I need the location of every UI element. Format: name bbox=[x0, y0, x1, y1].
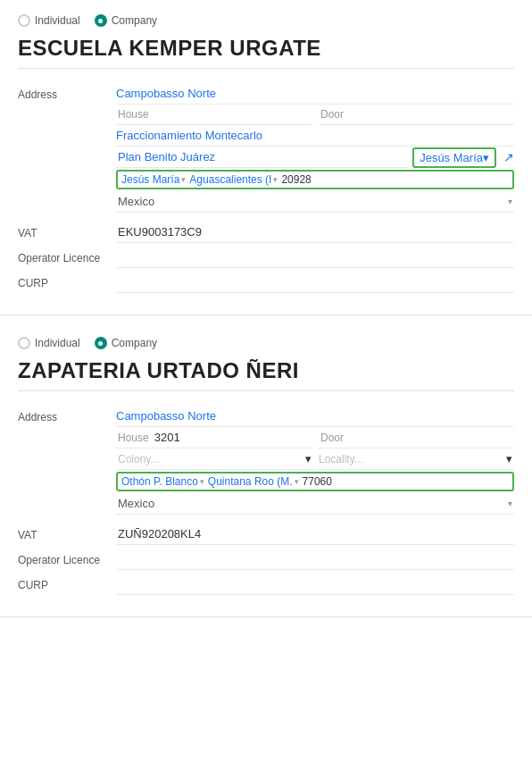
type-selector-kemper: Individual Company bbox=[18, 14, 514, 27]
radio-company-zapateria[interactable]: Company bbox=[95, 337, 157, 349]
vat-row-kemper: VAT EKU9003173C9 bbox=[18, 222, 514, 243]
locality-placeholder-zapateria: Locality... bbox=[319, 453, 363, 465]
municipality-city-row-kemper: Plan Benito Juárez Jesús María ▾ ↗ bbox=[116, 147, 514, 168]
house-label-zapateria: House bbox=[118, 432, 149, 444]
radio-individual-circle-zapateria[interactable] bbox=[18, 337, 30, 349]
vat-content-zapateria: ZUÑ920208KL4 bbox=[116, 524, 514, 545]
form-section-kemper: Address Campobasso Norte House Door bbox=[18, 83, 514, 293]
radio-individual-zapateria[interactable]: Individual bbox=[18, 337, 80, 349]
highlighted-city-kemper[interactable]: Jesús María ▾ bbox=[121, 173, 186, 186]
curp-content-zapateria bbox=[116, 574, 514, 595]
country-row-kemper[interactable]: Mexico ▾ bbox=[116, 191, 514, 213]
highlighted-state-chevron-zapateria: ▾ bbox=[295, 477, 299, 486]
record-zapateria: Individual Company ZAPATERIA URTADO ÑERI… bbox=[0, 323, 532, 617]
highlighted-state-chevron-kemper: ▾ bbox=[273, 175, 278, 184]
highlighted-state-zapateria[interactable]: Quintana Roo (M. ▾ bbox=[208, 475, 299, 488]
door-field-kemper[interactable]: Door bbox=[319, 105, 514, 125]
vat-value-kemper[interactable]: EKU9003173C9 bbox=[116, 222, 514, 243]
vat-label-kemper: VAT bbox=[18, 222, 116, 239]
country-row-zapateria[interactable]: Mexico ▾ bbox=[116, 493, 514, 515]
municipality-kemper[interactable]: Plan Benito Juárez bbox=[116, 147, 409, 168]
curp-row-zapateria: CURP bbox=[18, 574, 514, 595]
colony-kemper[interactable]: Fraccionamiento Montecarlo bbox=[116, 125, 514, 147]
company-name-kemper: ESCUELA KEMPER URGATE bbox=[18, 36, 514, 69]
country-zapateria: Mexico bbox=[118, 497, 154, 510]
operator-value-zapateria[interactable] bbox=[116, 549, 514, 570]
record-kemper: Individual Company ESCUELA KEMPER URGATE… bbox=[0, 0, 532, 315]
operator-row-zapateria: Operator Licence bbox=[18, 549, 514, 570]
operator-label-zapateria: Operator Licence bbox=[18, 549, 116, 566]
radio-individual-label-zapateria: Individual bbox=[35, 337, 80, 349]
operator-label-kemper: Operator Licence bbox=[18, 247, 116, 264]
address-label-kemper: Address bbox=[18, 83, 116, 101]
highlighted-location-zapateria[interactable]: Othón P. Blanco ▾ Quintana Roo (M. ▾ 770… bbox=[116, 472, 514, 491]
radio-company-kemper[interactable]: Company bbox=[95, 14, 157, 27]
curp-label-kemper: CURP bbox=[18, 272, 116, 289]
radio-company-circle-zapateria[interactable] bbox=[95, 337, 107, 349]
radio-company-label-zapateria: Company bbox=[112, 337, 157, 349]
radio-company-label-kemper: Company bbox=[112, 14, 157, 27]
house-field-kemper[interactable]: House bbox=[116, 105, 312, 125]
vat-content-kemper: EKU9003173C9 bbox=[116, 222, 514, 243]
house-field-zapateria[interactable]: House 3201 bbox=[116, 427, 312, 448]
curp-value-kemper[interactable] bbox=[116, 272, 514, 293]
address-content-zapateria: Campobasso Norte House 3201 Door Colo bbox=[116, 406, 514, 516]
colony-locality-zapateria: Colony... ▾ Locality... ▾ bbox=[116, 448, 514, 470]
highlighted-city-chevron-kemper: ▾ bbox=[181, 175, 186, 184]
highlighted-state-value-kemper: Aguascalientes (I bbox=[189, 173, 271, 186]
country-chevron-zapateria: ▾ bbox=[508, 499, 512, 508]
door-label-zapateria: Door bbox=[320, 432, 344, 444]
highlighted-municipality-zapateria[interactable]: Othón P. Blanco ▾ bbox=[121, 475, 204, 488]
vat-value-zapateria[interactable]: ZUÑ920208KL4 bbox=[116, 524, 514, 545]
company-name-zapateria: ZAPATERIA URTADO ÑERI bbox=[18, 358, 514, 391]
colony-dropdown-zapateria[interactable]: Colony... ▾ bbox=[116, 448, 313, 470]
house-value-zapateria[interactable]: 3201 bbox=[154, 431, 180, 444]
door-field-zapateria[interactable]: Door bbox=[319, 427, 514, 448]
operator-content-zapateria bbox=[116, 549, 514, 570]
radio-individual-label-kemper: Individual bbox=[35, 14, 80, 27]
highlighted-city-value-kemper: Jesús María bbox=[121, 173, 179, 186]
city-chevron-kemper: ▾ bbox=[483, 151, 489, 164]
house-label-kemper: House bbox=[118, 108, 149, 121]
highlighted-zip-kemper: 20928 bbox=[281, 173, 311, 186]
house-door-kemper: House Door bbox=[116, 105, 514, 125]
locality-chevron-zapateria: ▾ bbox=[506, 452, 512, 465]
street-kemper[interactable]: Campobasso Norte bbox=[116, 83, 514, 105]
external-link-kemper[interactable]: ↗ bbox=[503, 150, 514, 164]
street-zapateria[interactable]: Campobasso Norte bbox=[116, 406, 514, 427]
vat-row-zapateria: VAT ZUÑ920208KL4 bbox=[18, 524, 514, 545]
country-kemper: Mexico bbox=[118, 195, 154, 208]
country-chevron-kemper: ▾ bbox=[508, 197, 512, 206]
address-row-kemper: Address Campobasso Norte House Door bbox=[18, 83, 514, 214]
house-door-zapateria: House 3201 Door bbox=[116, 427, 514, 448]
door-label-kemper: Door bbox=[320, 108, 344, 121]
operator-row-kemper: Operator Licence bbox=[18, 247, 514, 268]
operator-content-kemper bbox=[116, 247, 514, 268]
highlighted-state-kemper[interactable]: Aguascalientes (I ▾ bbox=[189, 173, 278, 186]
radio-company-circle-kemper[interactable] bbox=[95, 14, 107, 27]
city-dropdown-value-kemper: Jesús María bbox=[420, 151, 483, 164]
type-selector-zapateria: Individual Company bbox=[18, 337, 514, 349]
form-section-zapateria: Address Campobasso Norte House 3201 Door bbox=[18, 406, 514, 595]
address-row-zapateria: Address Campobasso Norte House 3201 Door bbox=[18, 406, 514, 516]
highlighted-zip-zapateria: 77060 bbox=[303, 475, 332, 488]
highlighted-municipality-chevron-zapateria: ▾ bbox=[200, 477, 204, 486]
highlighted-state-value-zapateria: Quintana Roo (M. bbox=[208, 475, 293, 488]
operator-value-kemper[interactable] bbox=[116, 247, 514, 268]
radio-individual-kemper[interactable]: Individual bbox=[18, 14, 80, 27]
colony-chevron-zapateria: ▾ bbox=[305, 452, 312, 465]
curp-content-kemper bbox=[116, 272, 514, 293]
curp-label-zapateria: CURP bbox=[18, 574, 116, 591]
curp-value-zapateria[interactable] bbox=[116, 574, 514, 595]
address-label-zapateria: Address bbox=[18, 406, 116, 423]
address-content-kemper: Campobasso Norte House Door Fraccionamie… bbox=[116, 83, 514, 214]
locality-dropdown-zapateria[interactable]: Locality... ▾ bbox=[317, 448, 514, 470]
city-dropdown-kemper[interactable]: Jesús María ▾ bbox=[412, 147, 496, 168]
highlighted-location-kemper[interactable]: Jesús María ▾ Aguascalientes (I ▾ 20928 bbox=[116, 170, 514, 189]
highlighted-municipality-value-zapateria: Othón P. Blanco bbox=[121, 475, 198, 488]
colony-placeholder-zapateria: Colony... bbox=[118, 453, 159, 465]
curp-row-kemper: CURP bbox=[18, 272, 514, 293]
vat-label-zapateria: VAT bbox=[18, 524, 116, 541]
radio-individual-circle-kemper[interactable] bbox=[18, 14, 30, 27]
